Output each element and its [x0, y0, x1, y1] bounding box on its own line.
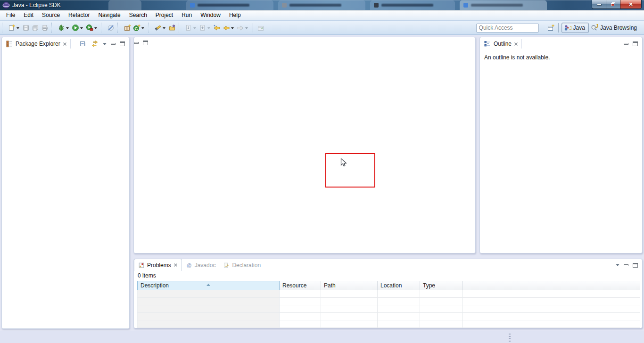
new-class-button[interactable]: C: [132, 23, 146, 33]
problems-header: Problems @ Javadoc Declaration: [134, 259, 642, 271]
svg-text:J: J: [570, 26, 571, 31]
problems-table-header: Description Resource Path Location Type: [137, 281, 640, 290]
table-row: [137, 320, 640, 328]
debug-icon: [58, 24, 65, 32]
table-row: [137, 305, 640, 313]
link-with-editor-icon[interactable]: [91, 40, 99, 48]
minimize-view-icon[interactable]: [624, 264, 628, 266]
menu-help[interactable]: Help: [225, 10, 245, 20]
menu-refactor[interactable]: Refactor: [64, 10, 94, 20]
background-browser-tab: [278, 0, 365, 10]
close-view-icon[interactable]: [514, 42, 518, 46]
background-browser-tab: [186, 0, 273, 10]
title-bar[interactable]: Java - Eclipse SDK ✕: [0, 0, 644, 10]
open-perspective-button[interactable]: [546, 23, 555, 33]
window-title: Java - Eclipse SDK: [12, 2, 61, 8]
menu-window[interactable]: Window: [196, 10, 225, 20]
next-annotation-button[interactable]: [184, 23, 198, 33]
skip-all-breakpoints-button[interactable]: [106, 23, 116, 33]
maximize-view-icon[interactable]: [143, 41, 148, 45]
background-window-fragment: [108, 0, 141, 10]
column-header-location[interactable]: Location: [378, 281, 420, 290]
package-explorer-tab[interactable]: Package Explorer: [2, 37, 71, 50]
minimize-view-icon[interactable]: [624, 43, 628, 45]
pin-editor-button[interactable]: [256, 23, 265, 33]
maximize-view-icon[interactable]: [633, 41, 638, 46]
close-view-icon[interactable]: [63, 42, 67, 46]
package-explorer-title: Package Explorer: [16, 41, 60, 47]
save-button[interactable]: [21, 23, 31, 33]
declaration-icon: [223, 262, 230, 269]
open-task-button[interactable]: [167, 23, 177, 33]
new-wizard-icon: [8, 24, 16, 32]
outline-header: Outline: [480, 37, 642, 50]
menu-search[interactable]: Search: [125, 10, 151, 20]
perspective-java-browsing-button[interactable]: J Java Browsing: [589, 23, 640, 33]
column-header-type[interactable]: Type: [420, 281, 463, 290]
tab-javadoc[interactable]: @ Javadoc: [182, 260, 220, 271]
open-perspective-icon: [547, 24, 554, 32]
menu-file[interactable]: File: [2, 10, 19, 20]
table-row: [137, 290, 640, 298]
column-header-resource[interactable]: Resource: [280, 281, 321, 290]
search-button[interactable]: [153, 23, 167, 33]
new-wizard-button[interactable]: [7, 23, 21, 33]
toolbar-separator: [179, 23, 182, 33]
dropdown-arrow-icon: [193, 27, 196, 31]
status-bar: [0, 331, 644, 343]
quick-access-input[interactable]: [476, 24, 539, 33]
collapse-all-icon[interactable]: [79, 40, 87, 48]
minimize-view-icon[interactable]: [134, 42, 139, 44]
problems-table: Description Resource Path Location Type: [137, 281, 640, 328]
last-edit-location-button[interactable]: [212, 23, 222, 33]
external-tools-button[interactable]: [85, 23, 99, 33]
outline-tab[interactable]: Outline: [480, 37, 522, 50]
restore-window-button[interactable]: [606, 0, 620, 9]
close-window-button[interactable]: ✕: [620, 0, 642, 9]
column-header-path[interactable]: Path: [321, 281, 378, 290]
new-java-project-button[interactable]: [123, 23, 132, 33]
forward-button[interactable]: [236, 23, 250, 33]
save-all-icon: [32, 24, 39, 32]
menu-project[interactable]: Project: [151, 10, 177, 20]
minimize-view-icon[interactable]: [111, 43, 116, 45]
problems-actions: [616, 262, 642, 268]
save-all-button[interactable]: [31, 23, 40, 33]
maximize-view-icon[interactable]: [633, 263, 638, 268]
table-row: [137, 298, 640, 305]
menu-source[interactable]: Source: [38, 10, 64, 20]
minimize-window-button[interactable]: [592, 0, 606, 9]
menu-bar: File Edit Source Refactor Navigate Searc…: [0, 10, 644, 21]
run-button[interactable]: [71, 23, 85, 33]
package-explorer-body[interactable]: [2, 50, 129, 328]
maximize-view-icon[interactable]: [120, 41, 125, 46]
menu-run[interactable]: Run: [177, 10, 196, 20]
skip-all-breakpoints-icon: [107, 24, 115, 32]
tab-declaration[interactable]: Declaration: [219, 260, 264, 271]
close-view-icon[interactable]: [173, 263, 178, 267]
package-explorer-header: Package Explorer: [2, 37, 129, 50]
dropdown-arrow-icon: [207, 27, 210, 31]
back-button[interactable]: [222, 23, 236, 33]
dropdown-arrow-icon: [17, 27, 19, 31]
toolbar-separator: [101, 23, 105, 33]
menu-navigate[interactable]: Navigate: [94, 10, 124, 20]
tab-problems[interactable]: Problems: [134, 259, 182, 271]
view-menu-icon[interactable]: [103, 43, 107, 47]
debug-button[interactable]: [57, 23, 71, 33]
outline-icon: [484, 40, 491, 48]
print-button[interactable]: [40, 23, 50, 33]
previous-annotation-button[interactable]: [198, 23, 212, 33]
search-icon: [154, 24, 162, 32]
toolbar-divider: [253, 23, 253, 33]
dropdown-arrow-icon: [231, 27, 234, 31]
editor-area[interactable]: [133, 37, 476, 253]
java-perspective-icon: J: [564, 24, 571, 32]
toolbar-separator: [117, 23, 121, 33]
eclipse-window: Java - Eclipse SDK ✕ File Edit Source Re…: [0, 0, 644, 343]
perspective-java-button[interactable]: J Java: [561, 23, 589, 33]
menu-edit[interactable]: Edit: [19, 10, 38, 20]
status-bar-grip[interactable]: [509, 334, 511, 342]
column-header-description[interactable]: Description: [137, 281, 280, 290]
view-menu-icon[interactable]: [616, 264, 619, 268]
